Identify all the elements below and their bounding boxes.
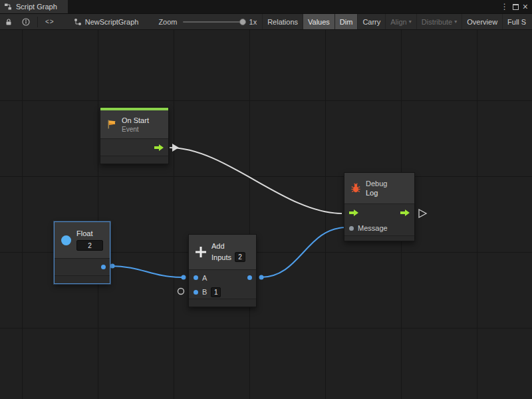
info-icon[interactable] xyxy=(17,14,35,29)
script-graph-window: Script Graph ⋮ × <> xyxy=(0,0,532,399)
node-subtitle: Inputs xyxy=(211,253,231,261)
value-input-port-b[interactable] xyxy=(194,290,198,295)
wire-onstart-to-debuglog[interactable] xyxy=(170,148,342,213)
node-title: Debug xyxy=(366,180,387,188)
node-footer xyxy=(344,235,414,241)
flag-icon xyxy=(106,119,117,130)
node-debug-log[interactable]: Debug Log Message xyxy=(344,172,415,241)
maximize-icon[interactable] xyxy=(513,4,519,10)
carry-button[interactable]: Carry xyxy=(357,14,385,29)
distribute-label: Distribute xyxy=(422,18,452,26)
graph-name-breadcrumb[interactable]: NewScriptGraph xyxy=(74,18,139,26)
node-footer xyxy=(189,299,256,307)
zoom-control: Zoom 1x xyxy=(158,18,257,26)
values-button[interactable]: Values xyxy=(303,14,334,29)
value-input-port-a[interactable] xyxy=(194,275,198,280)
zoom-value: 1x xyxy=(249,18,257,26)
port-b-value-input[interactable]: 1 xyxy=(211,287,221,297)
wire-endpoint-dot xyxy=(259,275,264,280)
port-a-label: A xyxy=(202,274,207,282)
node-footer xyxy=(100,156,168,164)
overview-button[interactable]: Overview xyxy=(462,14,502,29)
flow-output-port[interactable] xyxy=(400,209,410,216)
zoom-slider[interactable] xyxy=(183,21,244,23)
script-graph-icon xyxy=(4,3,12,11)
close-icon[interactable]: × xyxy=(523,2,528,11)
menu-icon[interactable]: ⋮ xyxy=(501,3,509,11)
node-title: Float xyxy=(76,229,103,237)
node-subtitle: Log xyxy=(366,189,387,197)
flow-input-port[interactable] xyxy=(349,209,358,216)
port-b-unconnected-circle[interactable] xyxy=(178,289,184,295)
toolbar-buttons: Relations Values Dim Carry Align ▾ Distr… xyxy=(262,14,531,29)
node-footer xyxy=(55,275,110,283)
tab-label: Script Graph xyxy=(16,3,57,11)
toolbar: <> NewScriptGraph Zoom 1x Relations Valu… xyxy=(0,14,532,30)
node-subtitle: Event xyxy=(122,126,149,133)
plus-icon xyxy=(195,246,207,258)
inputs-count-input[interactable]: 2 xyxy=(235,252,245,262)
tab-script-graph[interactable]: Script Graph xyxy=(0,0,68,13)
value-input-port-message[interactable] xyxy=(349,226,354,231)
node-add[interactable]: Add Inputs 2 A B 1 xyxy=(188,234,257,307)
graph-file-icon xyxy=(74,18,82,26)
toolbar-separator xyxy=(37,17,38,27)
graph-canvas[interactable]: On Start Event Float 2 xyxy=(0,30,532,399)
flow-continue-triangle[interactable] xyxy=(419,209,426,217)
message-port-label: Message xyxy=(358,224,388,232)
flow-output-port[interactable] xyxy=(154,144,164,151)
wire-float-to-add-a[interactable] xyxy=(110,266,183,277)
zoom-slider-handle[interactable] xyxy=(239,19,246,25)
graph-name-label: NewScriptGraph xyxy=(85,18,139,26)
chevron-down-icon: ▾ xyxy=(454,19,457,25)
port-b-label: B xyxy=(202,288,207,296)
bug-icon xyxy=(350,183,361,194)
value-output-port[interactable] xyxy=(101,265,106,269)
relations-button[interactable]: Relations xyxy=(262,14,303,29)
wire-endpoint-dot xyxy=(110,264,115,269)
float-value-input[interactable]: 2 xyxy=(76,240,103,251)
fullscreen-button[interactable]: Full S xyxy=(502,14,531,29)
wire-arrowhead xyxy=(172,144,179,152)
node-float[interactable]: Float 2 xyxy=(54,221,110,284)
align-label: Align xyxy=(390,18,406,26)
distribute-button[interactable]: Distribute ▾ xyxy=(416,14,462,29)
wire-add-to-debuglog-message[interactable] xyxy=(261,227,346,277)
align-button[interactable]: Align ▾ xyxy=(385,14,416,29)
wire-endpoint-dot xyxy=(182,275,186,280)
node-on-start[interactable]: On Start Event xyxy=(100,107,169,164)
zoom-label: Zoom xyxy=(158,18,177,26)
node-title: Add xyxy=(211,242,245,250)
value-output-port[interactable] xyxy=(247,275,252,280)
float-icon xyxy=(61,235,72,246)
titlebar: Script Graph ⋮ × xyxy=(0,0,532,14)
window-controls: ⋮ × xyxy=(501,0,532,13)
code-icon[interactable]: <> xyxy=(41,14,59,29)
chevron-down-icon: ▾ xyxy=(409,19,412,25)
lock-icon[interactable] xyxy=(0,14,17,29)
node-title: On Start xyxy=(122,116,149,124)
dim-button[interactable]: Dim xyxy=(334,14,358,29)
